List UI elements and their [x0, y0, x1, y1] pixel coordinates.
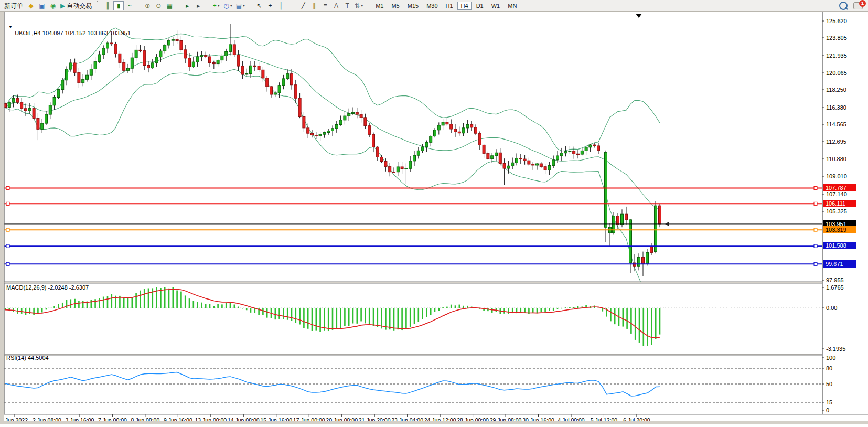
signals-icon[interactable]: ◉	[48, 1, 58, 10]
candle	[646, 252, 649, 263]
timeframe-button-m1[interactable]: M1	[372, 2, 387, 10]
symbol-dropdown-icon[interactable]: ▼	[8, 25, 13, 29]
candle	[229, 45, 232, 52]
text-label-icon[interactable]: T	[342, 1, 352, 10]
candle	[523, 159, 526, 161]
candle	[376, 147, 379, 157]
trendline-icon[interactable]: ╱	[298, 1, 308, 10]
terminal-icon: ▣	[39, 3, 45, 9]
candle	[417, 151, 420, 155]
charts-icon[interactable]: ◆	[26, 1, 36, 10]
timeframe-button-m30[interactable]: M30	[423, 2, 441, 10]
candle	[151, 63, 154, 68]
macd-tick-label: 0.00	[826, 305, 837, 311]
cursor-icon: ↖	[256, 3, 262, 9]
toolbar-separator	[137, 1, 140, 10]
chart-window[interactable]: 125.620123.805121.935120.065118.250116.3…	[0, 12, 868, 424]
chart-shift-icon[interactable]: ▸	[193, 1, 203, 10]
timeframe-button-m15[interactable]: M15	[404, 2, 422, 10]
search-icon[interactable]	[839, 2, 848, 10]
autotrading-button[interactable]: ▶自动交易	[59, 1, 95, 10]
line-handle[interactable]	[814, 228, 817, 231]
timeframe-button-d1[interactable]: D1	[473, 2, 487, 10]
candle	[294, 85, 297, 98]
macd-indicator-label: MACD(12,26,9) -2.0248 -2.6307	[6, 284, 89, 291]
text-icon[interactable]: A	[331, 1, 341, 10]
candle	[245, 73, 248, 74]
candle	[291, 74, 293, 85]
price-badge-label: 103.319	[826, 227, 846, 233]
candle	[360, 114, 362, 118]
candle	[205, 56, 207, 57]
candle	[86, 75, 89, 79]
candle	[135, 50, 137, 58]
notifications-icon[interactable]: 1	[853, 2, 863, 9]
zoom-out-icon[interactable]: ⊖	[153, 1, 164, 10]
horizontal-line-icon[interactable]: ─	[287, 1, 297, 10]
arrows-icon[interactable]: ⇅▾	[353, 1, 365, 10]
templates-icon[interactable]: ▤▾	[234, 1, 247, 10]
line-handle[interactable]	[6, 244, 9, 248]
rsi-tick-label: 100	[826, 355, 835, 361]
candle	[507, 166, 510, 168]
timeframe-button-mn[interactable]: MN	[504, 2, 520, 10]
charts-icon: ◆	[28, 3, 33, 9]
line-handle[interactable]	[814, 244, 817, 248]
timeframe-button-h4[interactable]: H4	[457, 2, 472, 10]
candle	[352, 112, 355, 113]
price-tick-label: 125.620	[826, 18, 847, 24]
price-tick-label: 107.140	[826, 191, 847, 197]
timeframe-button-m5[interactable]: M5	[388, 2, 403, 10]
equidistant-channel-icon[interactable]: ∥	[309, 1, 319, 10]
candle	[629, 220, 632, 263]
bar-chart-icon[interactable]: ║	[102, 1, 113, 10]
line-handle[interactable]	[814, 202, 817, 205]
rsi-indicator-label: RSI(14) 44.5004	[6, 355, 49, 361]
line-handle[interactable]	[6, 262, 9, 265]
vertical-line-icon[interactable]: │	[276, 1, 286, 10]
line-handle[interactable]	[6, 202, 9, 205]
candle	[164, 45, 166, 51]
indicators-icon[interactable]: +▾	[211, 1, 221, 10]
macd-tick-label: 1.6765	[826, 284, 844, 291]
candle	[258, 66, 260, 70]
candle	[475, 127, 477, 133]
candle	[409, 161, 412, 168]
candle	[73, 63, 76, 72]
new-order-button[interactable]: 新订单	[2, 1, 25, 10]
autotrading-label: 自动交易	[65, 3, 93, 9]
candle	[478, 133, 481, 145]
zoom-in-icon[interactable]: ⊕	[142, 1, 153, 10]
price-badge-label: 101.588	[826, 242, 846, 249]
chart-canvas[interactable]: 125.620123.805121.935120.065118.250116.3…	[0, 12, 868, 424]
tile-windows-icon[interactable]: ▦	[164, 1, 175, 10]
fibonacci-icon[interactable]: ≡	[320, 1, 330, 10]
line-handle[interactable]	[814, 262, 817, 265]
auto-scroll-icon[interactable]: ▸	[182, 1, 192, 10]
candle	[20, 102, 23, 109]
candle	[372, 134, 375, 147]
line-chart-icon[interactable]: ~	[124, 1, 135, 10]
candlestick-icon[interactable]: ▮	[113, 1, 124, 10]
price-badge-label: 107.787	[826, 185, 846, 191]
timeframe-button-h1[interactable]: H1	[442, 2, 457, 10]
line-handle[interactable]	[814, 186, 817, 189]
candle	[655, 206, 657, 251]
candle	[159, 51, 162, 57]
mt4-terminal: { "toolbar": { "new_order_label": "新订单",…	[0, 0, 868, 427]
line-handle[interactable]	[6, 186, 9, 189]
cursor-icon[interactable]: ↖	[254, 1, 264, 10]
candle	[168, 40, 170, 45]
periods-icon[interactable]: ◷▾	[222, 1, 234, 10]
candle	[625, 214, 628, 220]
line-handle[interactable]	[6, 228, 9, 231]
crosshair-icon[interactable]: +	[265, 1, 275, 10]
rsi-tick-label: 80	[826, 365, 832, 371]
price-tick-label: 118.250	[826, 87, 846, 93]
candle	[114, 44, 117, 54]
candle	[94, 62, 97, 69]
terminal-icon[interactable]: ▣	[37, 1, 47, 10]
candle	[323, 133, 326, 135]
candle	[384, 162, 387, 167]
timeframe-button-w1[interactable]: W1	[488, 2, 504, 10]
